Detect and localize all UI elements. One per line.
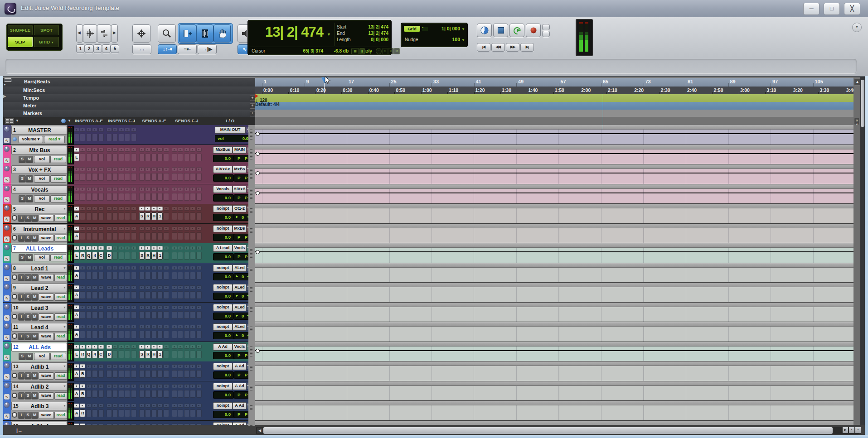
insert-slot[interactable]	[107, 331, 112, 338]
insert-slot[interactable]: A	[74, 331, 79, 338]
insert-slot[interactable]	[92, 154, 97, 161]
send-slot-indicator[interactable]	[190, 305, 195, 309]
send-slot-indicator[interactable]	[164, 285, 169, 289]
link-timeline-edit-button[interactable]: ↓↑⇥	[158, 44, 177, 54]
insert-slot[interactable]	[92, 193, 97, 201]
minimize-button[interactable]: ─	[803, 3, 820, 15]
insert-slot-indicator[interactable]	[74, 128, 79, 132]
send-slot-indicator[interactable]	[157, 345, 163, 349]
send-slot[interactable]	[164, 370, 169, 378]
send-slot[interactable]	[172, 370, 177, 378]
send-slot-indicator[interactable]	[172, 167, 177, 171]
track-color-tab[interactable]: ∿	[3, 283, 11, 302]
send-slot[interactable]	[190, 409, 195, 417]
track-name-box[interactable]: 13Adlib 1▼	[11, 362, 67, 371]
output-path-button[interactable]: MAIN OUT	[215, 126, 246, 134]
solo-button[interactable]: S	[19, 353, 26, 360]
fast-forward-button[interactable]: ▶▶	[506, 43, 519, 52]
insert-slot-indicator[interactable]	[125, 345, 130, 349]
send-slot-indicator[interactable]	[184, 325, 189, 329]
meter-value[interactable]: Default: 4/4	[255, 102, 853, 107]
track-view-selector[interactable]: wave	[39, 392, 54, 399]
lane-body[interactable]	[255, 405, 853, 420]
track-name[interactable]: Adlib 2	[18, 384, 61, 390]
send-slot[interactable]	[145, 291, 150, 299]
track-name[interactable]: Rec	[18, 206, 61, 212]
send-slot-indicator[interactable]	[164, 384, 169, 388]
send-slot[interactable]	[151, 409, 157, 417]
automation-breakpoint[interactable]	[256, 191, 260, 195]
send-slot[interactable]	[157, 311, 163, 319]
insert-slot[interactable]	[131, 409, 136, 417]
mute-button[interactable]: M	[31, 412, 38, 419]
send-slot-indicator[interactable]	[157, 384, 163, 388]
insert-slot[interactable]	[92, 232, 97, 240]
timeline-insertion-icon[interactable]: ▦	[351, 48, 359, 54]
send-slot-indicator[interactable]	[184, 246, 189, 250]
online-button[interactable]	[477, 24, 492, 37]
insert-slot-indicator[interactable]	[112, 404, 118, 408]
send-slot[interactable]	[190, 252, 195, 260]
send-slot[interactable]	[178, 390, 183, 398]
insert-slot-indicator[interactable]	[125, 187, 130, 191]
insert-slot[interactable]	[131, 311, 136, 319]
insert-slot-indicator[interactable]	[131, 148, 136, 152]
insert-slot-indicator[interactable]	[131, 167, 136, 171]
ruler-header-markers[interactable]: Markers	[3, 110, 255, 117]
send-slot-indicator[interactable]	[178, 226, 183, 231]
send-slot[interactable]	[164, 390, 169, 398]
insert-slot-indicator[interactable]	[86, 384, 92, 388]
track-name[interactable]: Instrumental	[18, 226, 61, 232]
insert-slot-indicator[interactable]	[112, 384, 118, 388]
track-name[interactable]: Vocals	[18, 187, 61, 193]
volume-display[interactable]: 0.0	[213, 371, 234, 379]
insert-slot-indicator[interactable]	[86, 364, 92, 368]
lane-body[interactable]	[255, 327, 853, 342]
session-status-icon-3[interactable]: B	[388, 48, 394, 54]
send-slot[interactable]	[196, 193, 202, 201]
send-slot[interactable]	[184, 291, 189, 299]
send-slot-indicator[interactable]	[172, 226, 177, 231]
send-slot-indicator[interactable]	[157, 305, 163, 309]
automation-mode-selector[interactable]: read ▾	[44, 136, 65, 143]
record-enable-button[interactable]	[13, 334, 16, 338]
track-color-tab[interactable]: ∿	[3, 224, 11, 243]
end-value[interactable]: 13| 2| 474	[368, 31, 388, 36]
mute-button[interactable]: M	[26, 353, 33, 360]
insert-slot-indicator[interactable]	[131, 305, 136, 309]
input-path-button[interactable]: A Ad	[213, 343, 233, 351]
insert-slot-indicator[interactable]	[112, 226, 118, 231]
output-path-button[interactable]: A Ad	[233, 383, 247, 390]
insert-slot-indicator[interactable]	[92, 246, 97, 250]
send-slot[interactable]: S	[139, 351, 145, 358]
vertical-scrollbar-thumb[interactable]	[861, 80, 864, 127]
track-lane-master[interactable]	[255, 125, 853, 145]
lane-body[interactable]	[255, 366, 853, 381]
send-slot-indicator[interactable]	[184, 207, 189, 211]
send-slot[interactable]	[164, 331, 169, 338]
ruler-header-bars[interactable]: Bars|Beats▼	[3, 78, 255, 87]
track-automation-icon[interactable]: ∿	[4, 315, 10, 321]
go-to-end-button[interactable]: ▶|	[520, 43, 534, 52]
insert-slot-indicator[interactable]	[86, 167, 92, 171]
insert-slot-indicator[interactable]	[80, 266, 85, 270]
output-path-button[interactable]: ALed	[233, 284, 247, 291]
send-slot[interactable]	[164, 272, 169, 279]
send-slot[interactable]	[172, 272, 177, 279]
input-path-button[interactable]: AIVxAx	[213, 166, 233, 173]
send-slot-indicator[interactable]	[184, 285, 189, 289]
send-slot-indicator[interactable]	[157, 187, 163, 191]
input-monitor-button[interactable]: I	[18, 274, 24, 281]
insert-slot-indicator[interactable]	[125, 226, 130, 231]
insert-slot-indicator[interactable]	[125, 148, 130, 152]
send-slot-indicator[interactable]	[139, 364, 145, 368]
send-slot[interactable]	[157, 331, 163, 338]
insert-slot-indicator[interactable]	[92, 345, 97, 349]
send-slot-indicator[interactable]	[190, 187, 195, 191]
track-lane-adlib-1[interactable]	[255, 361, 853, 381]
send-slot-indicator[interactable]	[196, 345, 202, 349]
zoom-out-button[interactable]: ◀	[76, 24, 83, 43]
track-name[interactable]: ALL Ads	[18, 344, 61, 351]
input-monitor-button[interactable]: I	[18, 372, 24, 380]
send-slot[interactable]	[172, 252, 177, 260]
